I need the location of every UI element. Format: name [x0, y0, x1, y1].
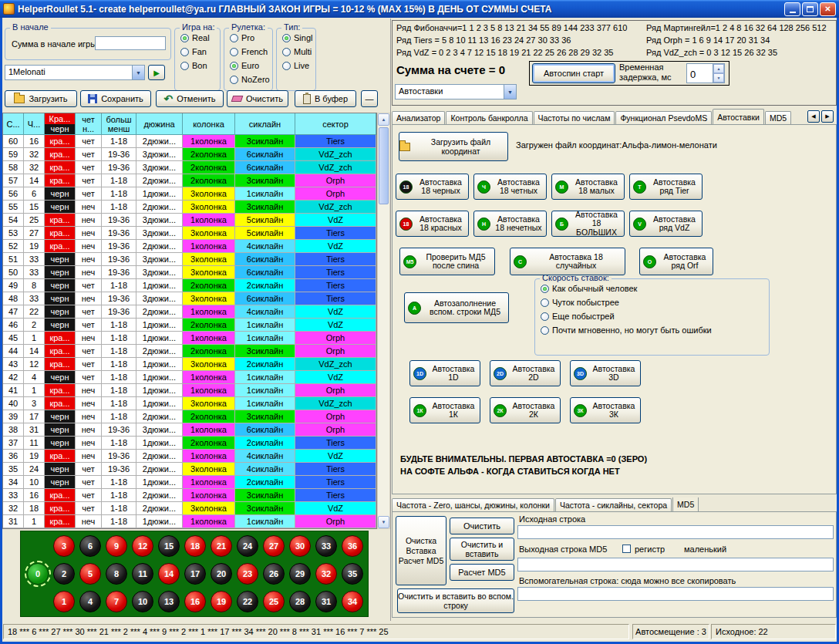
radio-option[interactable]: French: [230, 47, 272, 56]
radio-option[interactable]: Pro: [230, 33, 272, 42]
save-button[interactable]: Сохранить: [80, 90, 151, 107]
tab-item[interactable]: Анализатор: [392, 111, 445, 124]
radio-option[interactable]: Еще побыстрей: [541, 312, 769, 321]
radio-option[interactable]: Real: [180, 33, 220, 42]
board-number-10[interactable]: 10: [132, 591, 153, 612]
table-row[interactable]: 5033черннеч19-363дюжи...3колонка6сиклайн…: [3, 266, 376, 279]
table-row[interactable]: 3711черннеч1-181дюжи...2колонка2сиклайнT…: [3, 437, 376, 450]
table-row[interactable]: 411кра...неч1-181дюжи...1колонка1сиклайн…: [3, 384, 376, 397]
scrollbar-thumb[interactable]: [379, 127, 389, 204]
board-number-15[interactable]: 15: [158, 535, 180, 557]
bet-button[interactable]: 3DАвтоставка 3D: [570, 360, 641, 386]
board-number-21[interactable]: 21: [211, 535, 232, 557]
board-number-17[interactable]: 17: [184, 563, 206, 585]
bet-button[interactable]: 1КАвтоставка 1К: [409, 397, 480, 423]
scroll-up-icon[interactable]: ▲: [378, 113, 389, 126]
bet-button[interactable]: 1DАвтоставка 1D: [409, 360, 480, 386]
board-number-13[interactable]: 13: [158, 591, 180, 612]
tab-active[interactable]: Автоставки: [713, 109, 764, 124]
bet-button[interactable]: ААвтозаполнение вспом. строки МД5: [404, 292, 509, 323]
bet-button[interactable]: 2КАвтоставка 2К: [490, 397, 561, 423]
table-row[interactable]: 5425кра...неч19-363дюжи...1колонка5сикла…: [3, 214, 376, 227]
tab-item[interactable]: Частоты по числам: [534, 111, 615, 124]
board-number-2[interactable]: 2: [53, 563, 75, 585]
board-number-30[interactable]: 30: [289, 535, 311, 557]
copy-buffer-button[interactable]: В буфер: [295, 90, 356, 107]
clear-button[interactable]: Очистить: [227, 90, 288, 107]
bet-button[interactable]: НАвтоставка 18 нечетных: [473, 211, 547, 237]
tab-item[interactable]: Частота - сиклайны, сектора: [555, 498, 672, 511]
bet-button[interactable]: ТАвтоставка ряд Tier: [629, 174, 703, 200]
board-number-1[interactable]: 1: [53, 591, 75, 612]
radio-option[interactable]: Live: [282, 61, 315, 70]
board-number-5[interactable]: 5: [79, 563, 101, 585]
board-number-8[interactable]: 8: [106, 563, 127, 585]
start-sum-input[interactable]: [95, 36, 166, 50]
spin-up-icon[interactable]: ▲: [713, 64, 724, 73]
board-number-26[interactable]: 26: [263, 563, 285, 585]
tab-item[interactable]: Функционал PsevdoMS: [615, 111, 712, 124]
scroll-down-icon[interactable]: ▼: [378, 516, 389, 528]
radio-option[interactable]: Чуток побыстрее: [541, 298, 769, 307]
board-number-32[interactable]: 32: [315, 563, 337, 585]
profile-select[interactable]: 1Melonati ▼: [5, 65, 145, 80]
md5-clear-button[interactable]: Очистить: [450, 518, 514, 534]
board-number-24[interactable]: 24: [237, 535, 258, 557]
bet-button[interactable]: САвтоставка 18 случайных: [510, 248, 625, 275]
md5-clear-paste-aux-button[interactable]: Очистить и вставить во вспом. строку: [397, 588, 514, 613]
table-row[interactable]: 5932кра...чет19-363дюжи...2колонка6сикла…: [3, 148, 376, 161]
table-row[interactable]: 5832кра...чет19-363дюжи...2колонка6сикла…: [3, 161, 376, 174]
board-number-6[interactable]: 6: [79, 535, 101, 557]
table-row[interactable]: 3316кра...чет1-182дюжи...1колонка3сиклай…: [3, 489, 376, 502]
table-row[interactable]: 424чернчет1-181дюжи...1колонка1сиклайнVd…: [3, 371, 376, 384]
table-row[interactable]: 4414кра...чет1-182дюжи...2колонка3сиклай…: [3, 345, 376, 358]
board-number-9[interactable]: 9: [106, 535, 127, 557]
bet-button[interactable]: 18Автоставка 18 красных: [396, 211, 469, 237]
load-button[interactable]: Загрузить: [5, 90, 77, 107]
table-row[interactable]: 5133черннеч19-363дюжи...3колонка6сиклайн…: [3, 253, 376, 266]
board-number-16[interactable]: 16: [184, 591, 206, 612]
board-number-12[interactable]: 12: [132, 535, 153, 557]
radio-option[interactable]: Как обычный человек: [541, 284, 769, 293]
bet-button[interactable]: ЧАвтоставка 18 четных: [473, 174, 547, 200]
register-checkbox[interactable]: [622, 545, 631, 553]
table-row[interactable]: 566чернчет1-181дюжи...3колонка1сиклайнOr…: [3, 187, 376, 201]
bet-button[interactable]: БАвтоставка 18 БОЛЬШИХ: [551, 211, 625, 237]
bet-button[interactable]: 2DАвтоставка 2D: [490, 360, 561, 386]
board-number-0[interactable]: 0: [27, 563, 49, 585]
table-row[interactable]: 3831черннеч19-363дюжи...1колонка6сиклайн…: [3, 423, 376, 437]
board-number-7[interactable]: 7: [106, 591, 127, 612]
board-number-25[interactable]: 25: [263, 591, 285, 612]
board-number-28[interactable]: 28: [289, 591, 311, 612]
table-row[interactable]: 498чернчет1-181дюжи...2колонка2сиклайнTi…: [3, 279, 376, 292]
bet-button[interactable]: 3КАвтоставка 3К: [570, 397, 641, 423]
board-number-33[interactable]: 33: [315, 535, 337, 557]
table-row[interactable]: 4833черннеч19-363дюжи...3колонка6сиклайн…: [3, 292, 376, 305]
aux-string-input[interactable]: [517, 587, 834, 601]
table-row[interactable]: 3619кра...неч19-362дюжи...1колонка4сикла…: [3, 450, 376, 463]
collapse-button[interactable]: —: [361, 90, 378, 107]
table-row[interactable]: 4722чернчет19-362дюжи...1колонка4сиклайн…: [3, 305, 376, 319]
radio-option[interactable]: Singl: [282, 33, 315, 42]
board-number-4[interactable]: 4: [79, 591, 101, 612]
tab-scroll-left-icon[interactable]: ◀: [807, 110, 820, 123]
bet-button[interactable]: ОАвтоставка ряд Orf: [639, 248, 713, 275]
board-number-20[interactable]: 20: [211, 563, 232, 585]
table-row[interactable]: 3410чернчет1-181дюжи...1колонка2сиклайнT…: [3, 476, 376, 489]
board-number-19[interactable]: 19: [211, 591, 232, 612]
radio-option[interactable]: NoZero: [230, 75, 272, 84]
bet-button[interactable]: VАвтоставка ряд VdZ: [629, 211, 703, 237]
bet-button[interactable]: М5Проверить МД5 после спина: [399, 248, 495, 275]
table-row[interactable]: 462чернчет1-181дюжи...2колонка1сиклайнVd…: [3, 319, 376, 332]
table-scrollbar[interactable]: ▲ ▼: [377, 113, 390, 529]
board-number-11[interactable]: 11: [132, 563, 153, 585]
autobet-select[interactable]: Автоставки ▼: [395, 84, 517, 99]
table-row[interactable]: 5515черннеч1-182дюжи...3колонка3сиклайнV…: [3, 201, 376, 214]
tab-item[interactable]: Контроль банкролла: [446, 111, 532, 124]
minimize-button[interactable]: [784, 2, 800, 16]
radio-option[interactable]: Bon: [180, 61, 220, 70]
table-row[interactable]: 3917черннеч1-182дюжи...2колонка3сиклайнO…: [3, 410, 376, 423]
radio-option[interactable]: Fan: [180, 47, 220, 56]
md5-clear-paste-button[interactable]: Очистить и вставить: [450, 538, 514, 561]
radio-option[interactable]: Почти мгновенно, но могут быть ошибки: [541, 325, 769, 335]
